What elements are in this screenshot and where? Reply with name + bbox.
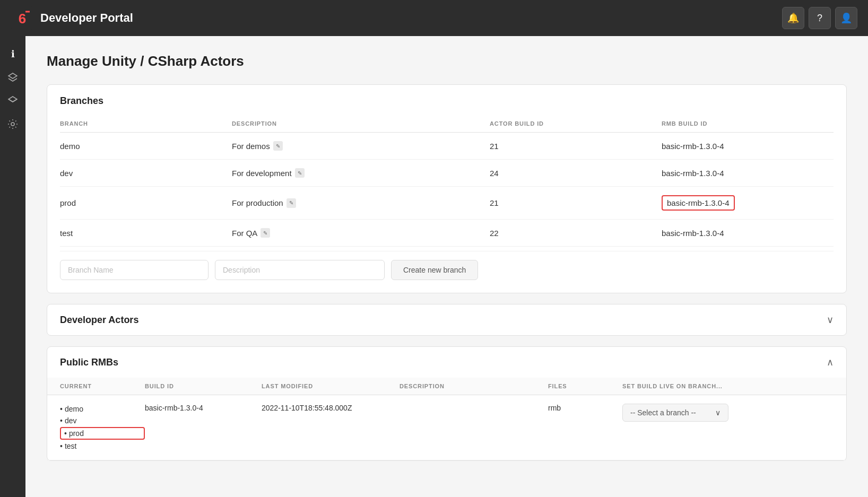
- current-branches-cell: demo dev prod test: [60, 404, 145, 451]
- branch-name-cell: test: [60, 229, 232, 238]
- help-button[interactable]: ?: [809, 7, 831, 29]
- description-col-header: DESCRIPTION: [400, 383, 548, 389]
- build-id-col-header: BUILD ID: [145, 383, 262, 389]
- sidebar: ℹ: [0, 36, 25, 497]
- actor-build-id-cell: 21: [490, 142, 662, 151]
- set-build-live-cell: -- Select a branch -- ∨: [622, 404, 834, 422]
- table-row: demo For demos ✎ 21 basic-rmb-1.3.0-4: [60, 133, 834, 160]
- current-branches-list: demo dev prod test: [60, 404, 145, 451]
- description-cell: For development ✎: [232, 168, 490, 178]
- current-col-header: CURRENT: [60, 383, 145, 389]
- sidebar-item-layers[interactable]: [3, 68, 22, 87]
- app-logo-icon: 6: [11, 6, 34, 30]
- actor-build-id-cell: 22: [490, 229, 662, 238]
- chevron-down-icon: ∨: [827, 314, 834, 326]
- description-cell: For demos ✎: [232, 141, 490, 151]
- svg-text:6: 6: [19, 11, 26, 27]
- description-text: For QA: [232, 229, 257, 238]
- files-cell: rmb: [548, 404, 622, 412]
- table-row: prod For production ✎ 21 basic-rmb-1.3.0…: [60, 187, 834, 220]
- rmbs-table-row: demo dev prod test basic-rmb-1.3.0-4 202…: [47, 395, 846, 460]
- rmb-build-id-cell: basic-rmb-1.3.0-4: [662, 229, 834, 238]
- user-icon: 👤: [840, 12, 852, 24]
- bell-icon: 🔔: [787, 12, 799, 24]
- list-item: test: [60, 441, 145, 451]
- branch-name-cell: prod: [60, 198, 232, 207]
- description-text: For production: [232, 198, 283, 207]
- public-rmbs-section: Public RMBs ∧ CURRENT BUILD ID LAST MODI…: [47, 346, 847, 461]
- select-branch-dropdown[interactable]: -- Select a branch -- ∨: [622, 404, 728, 422]
- branch-name-cell: dev: [60, 169, 232, 178]
- actor-build-id-cell: 21: [490, 198, 662, 207]
- svg-marker-4: [8, 97, 17, 102]
- branch-name-cell: demo: [60, 142, 232, 151]
- page-title: Manage Unity / CSharp Actors: [47, 53, 847, 69]
- logo-area: 6 Developer Portal: [11, 6, 133, 30]
- last-modified-col-header: LAST MODIFIED: [262, 383, 400, 389]
- last-modified-cell: 2022-11-10T18:55:48.000Z: [262, 404, 400, 412]
- svg-marker-3: [8, 73, 17, 79]
- public-rmbs-title: Public RMBs: [60, 357, 118, 368]
- layout: ℹ Manage Unity / CSharp Actors Branches: [0, 36, 868, 497]
- actor-build-id-col-header: ACTOR BUILD ID: [490, 120, 662, 127]
- list-item-highlighted: prod: [60, 427, 145, 440]
- rmbs-table-header: CURRENT BUILD ID LAST MODIFIED DESCRIPTI…: [47, 378, 846, 395]
- highlighted-rmb-build-id: basic-rmb-1.3.0-4: [662, 195, 735, 211]
- header-actions: 🔔 ? 👤: [782, 7, 857, 29]
- rmb-build-id-col-header: RMB BUILD ID: [662, 120, 834, 127]
- public-rmbs-header[interactable]: Public RMBs ∧: [47, 347, 846, 378]
- set-build-live-col-header: SET BUILD LIVE ON BRANCH...: [622, 383, 834, 389]
- dropdown-chevron-icon: ∨: [715, 408, 721, 417]
- sidebar-item-info[interactable]: ℹ: [3, 45, 22, 64]
- edit-icon[interactable]: ✎: [273, 141, 283, 151]
- app-title: Developer Portal: [40, 11, 133, 25]
- developer-actors-title: Developer Actors: [60, 315, 138, 326]
- branch-name-input[interactable]: [60, 260, 209, 280]
- table-row: dev For development ✎ 24 basic-rmb-1.3.0…: [60, 160, 834, 187]
- select-branch-label: -- Select a branch --: [630, 408, 696, 417]
- rmb-build-id-cell: basic-rmb-1.3.0-4: [662, 142, 834, 151]
- user-button[interactable]: 👤: [835, 7, 857, 29]
- edit-icon[interactable]: ✎: [287, 198, 296, 208]
- notification-button[interactable]: 🔔: [782, 7, 804, 29]
- branches-section-body: Branches BRANCH DESCRIPTION ACTOR BUILD …: [47, 85, 846, 293]
- app-header: 6 Developer Portal 🔔 ? 👤: [0, 0, 868, 36]
- actor-build-id-cell: 24: [490, 169, 662, 178]
- question-icon: ?: [817, 13, 822, 24]
- branches-table-header: BRANCH DESCRIPTION ACTOR BUILD ID RMB BU…: [60, 115, 834, 133]
- branches-section: Branches BRANCH DESCRIPTION ACTOR BUILD …: [47, 84, 847, 293]
- table-row: test For QA ✎ 22 basic-rmb-1.3.0-4: [60, 220, 834, 247]
- edit-icon[interactable]: ✎: [261, 228, 270, 238]
- description-cell: For production ✎: [232, 198, 490, 208]
- developer-actors-section: Developer Actors ∨: [47, 304, 847, 336]
- sidebar-item-actors[interactable]: [3, 91, 22, 110]
- rmb-build-id-cell: basic-rmb-1.3.0-4: [662, 169, 834, 178]
- description-text: For development: [232, 169, 292, 178]
- rmb-build-id-cell: basic-rmb-1.3.0-4: [662, 195, 834, 211]
- branch-col-header: BRANCH: [60, 120, 232, 127]
- description-text: For demos: [232, 142, 270, 151]
- description-cell: For QA ✎: [232, 228, 490, 238]
- description-col-header: DESCRIPTION: [232, 120, 490, 127]
- new-branch-form: Create new branch: [60, 251, 834, 280]
- edit-icon[interactable]: ✎: [295, 168, 305, 178]
- sidebar-item-settings[interactable]: [3, 115, 22, 134]
- main-content: Manage Unity / CSharp Actors Branches BR…: [25, 36, 868, 497]
- branches-section-title: Branches: [60, 95, 834, 107]
- create-branch-button[interactable]: Create new branch: [391, 260, 478, 280]
- developer-actors-header[interactable]: Developer Actors ∨: [47, 304, 846, 335]
- branch-description-input[interactable]: [215, 260, 385, 280]
- files-col-header: FILES: [548, 383, 622, 389]
- list-item: dev: [60, 415, 145, 426]
- build-id-cell: basic-rmb-1.3.0-4: [145, 404, 262, 412]
- chevron-up-icon: ∧: [827, 356, 834, 368]
- svg-point-5: [11, 123, 14, 126]
- list-item: demo: [60, 404, 145, 414]
